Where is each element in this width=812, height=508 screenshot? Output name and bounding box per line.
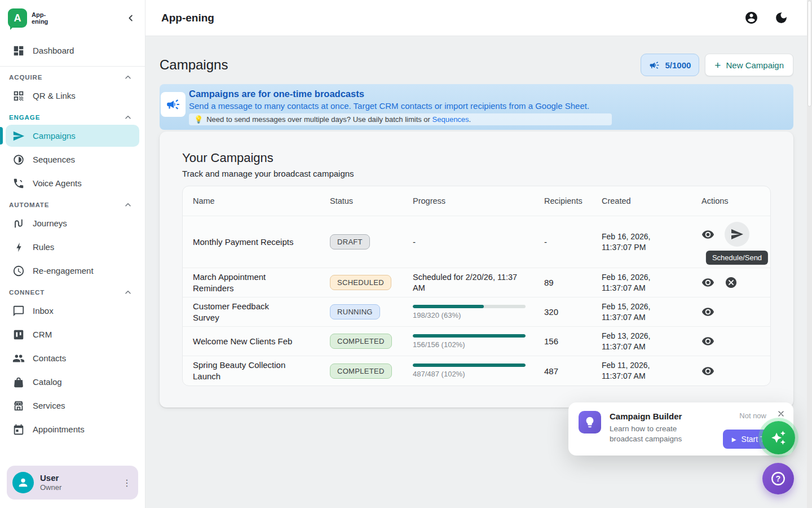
sidebar-item-inbox[interactable]: Inbox bbox=[6, 300, 139, 322]
status-badge: COMPLETED bbox=[330, 334, 392, 349]
recipients-cell: - bbox=[544, 237, 602, 247]
account-button[interactable] bbox=[744, 11, 758, 25]
chevron-up-icon bbox=[123, 73, 133, 82]
actions-cell bbox=[701, 364, 770, 378]
lightning-icon bbox=[12, 241, 25, 253]
user-name: User bbox=[40, 473, 116, 483]
calendar-icon bbox=[12, 423, 25, 436]
page-header: Campaigns 5/1000 + New Campaign bbox=[160, 54, 793, 76]
clock-icon bbox=[12, 265, 25, 277]
page-header-actions: 5/1000 + New Campaign bbox=[641, 54, 793, 76]
section-engage[interactable]: ENGAGE bbox=[7, 112, 138, 122]
actions-cell bbox=[701, 335, 770, 348]
play-icon: ▶ bbox=[732, 436, 736, 443]
sidebar-item-catalog[interactable]: Catalog bbox=[6, 371, 139, 393]
created-cell: Feb 15, 2026, 11:37:07 AM bbox=[602, 301, 701, 323]
popup-subtitle: Learn how to create broadcast campaigns bbox=[610, 424, 682, 444]
close-popup-button[interactable] bbox=[776, 409, 785, 418]
active-indicator bbox=[0, 127, 3, 144]
table-row: Customer Feedback Survey RUNNING 198/320… bbox=[183, 297, 770, 327]
actions-cell bbox=[701, 305, 770, 319]
sidebar-header: A App- ening bbox=[0, 0, 145, 36]
section-acquire[interactable]: ACQUIRE bbox=[7, 72, 138, 82]
sidebar-item-journeys[interactable]: Journeys bbox=[6, 212, 139, 234]
not-now-button[interactable]: Not now bbox=[739, 411, 766, 420]
sidebar-item-sequences[interactable]: Sequences bbox=[6, 148, 139, 170]
col-created: Created bbox=[602, 196, 701, 205]
cancel-campaign-button[interactable] bbox=[725, 276, 738, 290]
divider bbox=[0, 66, 145, 67]
eye-icon bbox=[701, 365, 714, 378]
sidebar-item-reengagement[interactable]: Re-engagement bbox=[6, 260, 139, 282]
progress-bar-fill bbox=[413, 305, 484, 308]
sidebar-item-qr-links[interactable]: QR & Links bbox=[6, 85, 139, 107]
topbar-actions bbox=[744, 11, 788, 25]
banner-megaphone-tile bbox=[161, 92, 186, 117]
ai-assistant-fab[interactable] bbox=[762, 421, 795, 454]
storefront-icon bbox=[12, 400, 25, 412]
campaign-builder-popup: Campaign Builder Learn how to create bro… bbox=[568, 402, 793, 456]
view-campaign-button[interactable] bbox=[701, 305, 715, 319]
dark-mode-toggle[interactable] bbox=[774, 11, 788, 25]
progress-label: 487/487 (102%) bbox=[413, 370, 544, 378]
section-connect[interactable]: CONNECT bbox=[7, 287, 138, 297]
sidebar-item-appointments[interactable]: Appointments bbox=[6, 418, 139, 440]
view-campaign-button[interactable] bbox=[701, 276, 715, 290]
status-badge: SCHEDULED bbox=[330, 275, 391, 290]
eye-icon bbox=[701, 335, 714, 348]
progress-label: 198/320 (63%) bbox=[413, 311, 544, 319]
plus-icon: + bbox=[714, 60, 721, 71]
people-icon bbox=[12, 352, 25, 365]
kanban-icon bbox=[12, 329, 25, 341]
table-row: Monthly Payment Receipts DRAFT - - Feb 1… bbox=[183, 216, 770, 268]
new-campaign-button[interactable]: + New Campaign bbox=[705, 54, 793, 76]
topbar: App-ening bbox=[145, 0, 812, 36]
eye-icon bbox=[701, 276, 714, 289]
sidebar-item-rules[interactable]: Rules bbox=[6, 236, 139, 258]
col-status: Status bbox=[330, 196, 413, 205]
col-progress: Progress bbox=[413, 196, 544, 205]
sequences-link[interactable]: Sequences bbox=[433, 115, 469, 124]
progress-bar bbox=[413, 334, 526, 338]
app-root: A App- ening Dashboard ACQUIRE bbox=[0, 0, 812, 508]
sidebar-item-services[interactable]: Services bbox=[6, 395, 139, 417]
section-automate[interactable]: AUTOMATE bbox=[7, 200, 138, 210]
table-row: Spring Beauty Collection Launch COMPLETE… bbox=[183, 356, 770, 386]
scrollbar[interactable] bbox=[807, 0, 812, 508]
progress-cell: 487/487 (102%) bbox=[413, 364, 544, 378]
popup-text: Campaign Builder Learn how to create bro… bbox=[610, 411, 682, 444]
recipients-cell: 487 bbox=[544, 366, 602, 376]
sidebar-item-dashboard[interactable]: Dashboard bbox=[6, 40, 139, 62]
chevron-up-icon bbox=[123, 200, 133, 209]
col-actions: Actions bbox=[701, 196, 770, 205]
tip-text: Need to send messages over multiple days… bbox=[206, 115, 471, 124]
scrollbar-thumb[interactable] bbox=[807, 1, 811, 107]
close-icon bbox=[776, 409, 785, 418]
progress-cell: - bbox=[413, 237, 544, 247]
user-area: User Owner ⋮ bbox=[0, 458, 145, 508]
megaphone-icon bbox=[166, 97, 180, 112]
sidebar-item-campaigns[interactable]: Campaigns bbox=[6, 125, 139, 147]
schedule-send-button[interactable]: Schedule/Send bbox=[725, 222, 749, 247]
campaign-name: Customer Feedback Survey bbox=[193, 301, 330, 323]
view-campaign-button[interactable] bbox=[701, 227, 715, 241]
col-recipients: Recipients bbox=[544, 196, 602, 205]
created-cell: Feb 16, 2026, 11:37:07 AM bbox=[602, 272, 701, 294]
view-campaign-button[interactable] bbox=[701, 335, 715, 348]
user-card[interactable]: User Owner ⋮ bbox=[7, 466, 138, 500]
progress-bar bbox=[413, 364, 526, 367]
user-menu-button[interactable]: ⋮ bbox=[122, 478, 131, 488]
view-campaign-button[interactable] bbox=[701, 364, 715, 378]
moon-icon bbox=[774, 11, 788, 25]
sidebar-item-crm[interactable]: CRM bbox=[6, 323, 139, 345]
sidebar-item-voice-agents[interactable]: Voice Agents bbox=[6, 172, 139, 194]
sidebar-item-contacts[interactable]: Contacts bbox=[6, 347, 139, 369]
campaign-name: March Appointment Reminders bbox=[193, 271, 330, 294]
campaigns-card: Your Campaigns Track and manage your bro… bbox=[160, 132, 793, 408]
sidebar-collapse-button[interactable] bbox=[126, 13, 136, 23]
table-row: Welcome New Clients Feb COMPLETED 156/15… bbox=[183, 327, 770, 356]
help-fab[interactable]: ? bbox=[762, 463, 794, 494]
section-subtitle: Track and manage your broadcast campaign… bbox=[182, 169, 771, 178]
campaign-quota-badge[interactable]: 5/1000 bbox=[641, 54, 699, 76]
created-cell: Feb 13, 2026, 11:37:07 AM bbox=[602, 331, 701, 352]
